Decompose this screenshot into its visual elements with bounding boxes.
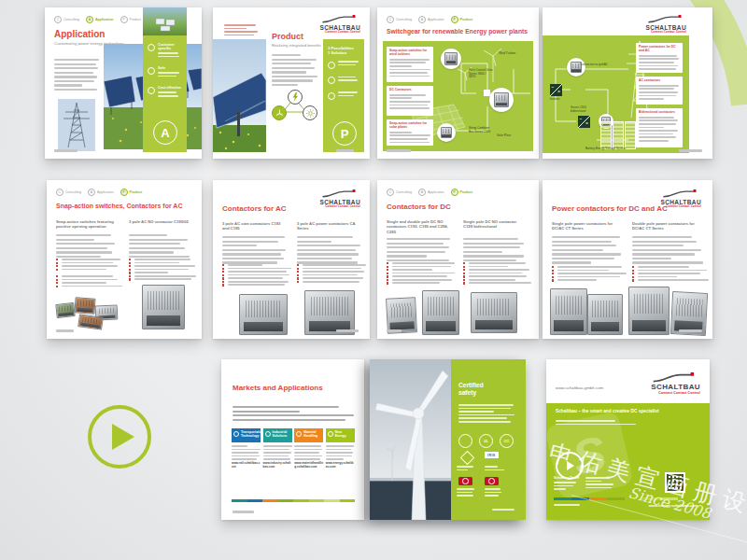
cert-atex-icon	[458, 434, 472, 448]
text-line	[389, 94, 426, 96]
schaltbau-swoosh-icon	[647, 15, 686, 24]
stripe-segment	[642, 497, 660, 500]
text-line	[228, 264, 262, 266]
text-line	[272, 54, 301, 56]
text-line	[556, 420, 615, 422]
page-markets[interactable]: Markets and Applications Transportation …	[221, 359, 364, 520]
text-line	[392, 279, 452, 281]
info-box-heading: Snap-action switches for wind turbines	[389, 49, 430, 57]
product-photo	[142, 285, 185, 329]
product-photo-circle	[437, 123, 456, 142]
stripe-segment	[678, 497, 696, 500]
step-letter-icon: C	[387, 16, 394, 23]
page-contactors-ac[interactable]: SCHALTBAUConnect Contact Control Contact…	[213, 180, 370, 339]
text-line	[469, 262, 526, 264]
step-badge-product: PProduct	[451, 189, 473, 196]
market-link[interactable]: www.energy.schaltbau.com	[326, 462, 355, 469]
step-badge-consulting: CConsulting	[56, 189, 81, 196]
application-sidebar: Customer specific Safe Cost effective A	[143, 35, 187, 152]
battery-rack	[625, 121, 636, 149]
page-switchgear-right[interactable]: SCHALTBAUConnect Contact Control ~= ~=	[543, 7, 712, 159]
step-letter-icon: P	[451, 189, 458, 196]
text-line	[303, 264, 366, 266]
text-line	[632, 253, 695, 255]
text-line	[326, 445, 354, 447]
text-line	[224, 31, 258, 33]
text-line	[392, 273, 455, 274]
product-photo	[422, 290, 459, 335]
page-product[interactable]: SCHALTBAUConnect Contact Control Product…	[213, 7, 370, 159]
page-title: Application	[54, 29, 105, 39]
info-box-heading: AC contactors	[639, 79, 680, 83]
column-heading: 3 pole AC NO contactor C195/02	[129, 219, 190, 224]
market-header: Industrial Solutions	[263, 428, 292, 442]
body-text	[54, 59, 99, 93]
text-line	[233, 511, 254, 512]
market-link[interactable]: www.rail.schaltbau.com	[232, 462, 261, 469]
text-line	[387, 238, 450, 240]
market-label: Industrial Solutions	[273, 430, 290, 438]
text-line	[463, 255, 524, 257]
text-line	[297, 258, 352, 259]
wind-energy-icon	[272, 105, 287, 120]
sidebar-heading: 1 Solution	[328, 50, 359, 55]
text-line	[294, 449, 322, 451]
page-snap-action-ac[interactable]: CConsultingAApplicationPProduct Snap-act…	[47, 180, 202, 339]
text-line	[233, 406, 339, 408]
page-application[interactable]: CConsultingAApplicationPProduct Applicat…	[45, 7, 202, 159]
text-line	[639, 65, 678, 67]
step-badge-product: PProduct	[120, 189, 143, 196]
step-letter-icon: C	[56, 189, 63, 196]
text-line	[492, 509, 514, 511]
body-text	[552, 236, 623, 266]
website-url[interactable]: www.schaltbau-gmbh.com	[556, 385, 603, 390]
logo-tagline: Connect Contact Control	[658, 392, 700, 396]
text-line	[62, 265, 118, 267]
text-line	[62, 262, 113, 264]
page-back-cover[interactable]: www.schaltbau-gmbh.com SCHALTBAUConnect …	[546, 359, 710, 520]
body-text	[458, 404, 516, 424]
check-circle-icon	[328, 77, 335, 84]
market-column: New Energywww.energy.schaltbau.com	[326, 428, 355, 469]
market-link[interactable]: www.industry.schaltbau.com	[263, 462, 292, 469]
chapter-letter-badge: A	[153, 120, 177, 145]
feature-list	[56, 259, 118, 272]
text-line	[639, 98, 664, 100]
website-url[interactable]: www.energy.schaltbau.com	[632, 503, 698, 508]
text-line	[158, 95, 178, 97]
text-line	[134, 265, 195, 267]
body-text	[297, 236, 360, 266]
page-certified-safety[interactable]: Certified safety UL CCC IRIS	[370, 359, 526, 520]
body-text	[56, 234, 118, 259]
stripe-segment	[660, 497, 678, 500]
page-footer	[233, 511, 257, 515]
play-button[interactable]	[88, 405, 151, 469]
page-switchgear-left[interactable]: CConsultingAApplicationPProduct Switchge…	[377, 7, 539, 159]
page-contactors-dc[interactable]: CConsultingAApplicationPProduct Contacto…	[377, 180, 539, 339]
feature-list	[387, 262, 452, 286]
column-heading: 3 pole AC power contactors CA Series	[297, 221, 360, 231]
text-line	[263, 449, 290, 451]
text-line	[639, 127, 664, 129]
text-line	[457, 469, 468, 471]
step-badge-product: PProduct	[451, 16, 473, 23]
info-box-heading: Snap-action switches for solar plants	[389, 122, 430, 130]
product-photo	[78, 314, 104, 329]
page-title: Snap-action switches, Contactors for AC	[56, 203, 182, 209]
stripe-segment	[340, 499, 356, 502]
market-header: Material Handling	[294, 428, 323, 442]
text-line	[336, 329, 359, 331]
market-link[interactable]: www.materialhandling.schaltbau.com	[294, 462, 323, 469]
market-header: New Energy	[326, 428, 355, 442]
market-column: Industrial Solutionswww.industry.schaltb…	[263, 428, 292, 469]
text-line	[679, 149, 702, 151]
text-line	[463, 251, 502, 253]
diagram-label: Wind Turbine	[499, 52, 527, 56]
column-heading: Single and double pole DC NO contactors …	[387, 219, 452, 234]
text-line	[338, 64, 356, 66]
logo-tagline: Connect Contact Control	[651, 31, 686, 34]
page-power-contactors[interactable]: SCHALTBAUConnect Contact Control Power c…	[543, 180, 712, 339]
text-line	[303, 274, 358, 276]
text-line	[585, 481, 601, 483]
text-line	[463, 246, 520, 248]
